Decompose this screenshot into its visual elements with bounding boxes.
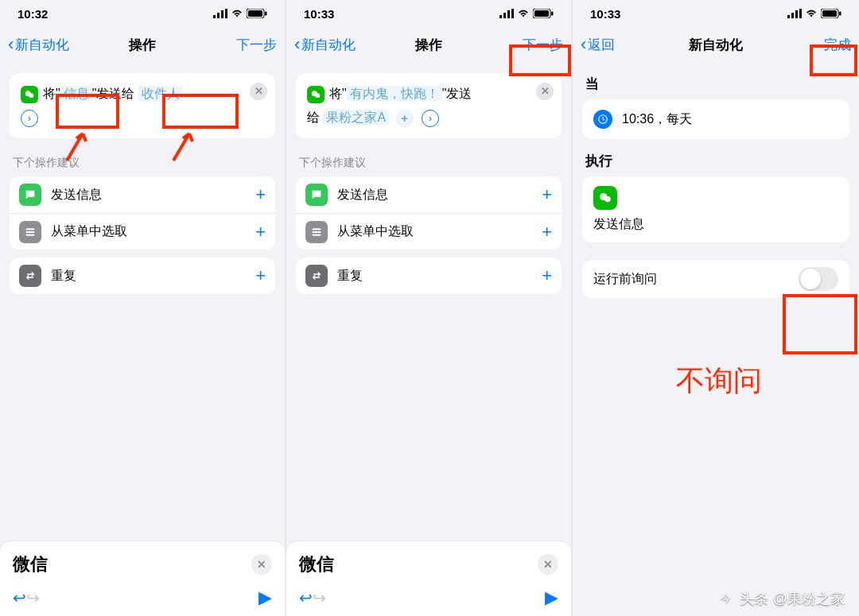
remove-action-button[interactable]: ✕ <box>250 83 267 100</box>
chevron-left-icon: ‹ <box>581 36 586 53</box>
card-text-mid: "发送给 <box>92 87 135 100</box>
status-time: 10:33 <box>304 7 334 21</box>
wechat-icon <box>307 86 325 103</box>
next-button[interactable]: 下一步 <box>205 36 277 54</box>
done-button[interactable]: 完成 <box>779 36 851 54</box>
signal-icon <box>787 7 802 21</box>
recipient-token[interactable]: 收件人 <box>138 86 183 101</box>
battery-icon <box>533 7 554 21</box>
nav-title: 操作 <box>80 36 205 54</box>
suggestion-item[interactable]: 重复 + <box>296 258 562 294</box>
message-icon <box>19 184 41 206</box>
redo-button[interactable]: ↪ <box>26 588 40 607</box>
suggestion-label: 从菜单中选取 <box>337 223 414 240</box>
add-icon: + <box>542 265 552 286</box>
battery-icon <box>247 7 267 21</box>
undo-button[interactable]: ↩ <box>13 588 26 607</box>
when-card[interactable]: 10:36，每天 <box>582 99 849 139</box>
add-recipient-button[interactable]: + <box>396 110 414 127</box>
status-bar: 10:33 <box>286 0 571 27</box>
card-text-line2: 给 <box>307 110 320 124</box>
next-label: 下一步 <box>523 36 563 54</box>
chevron-left-icon: ‹ <box>294 36 300 53</box>
done-label: 完成 <box>824 36 851 54</box>
run-button[interactable]: ▶ <box>545 587 558 608</box>
svg-rect-2 <box>221 10 223 18</box>
suggestions-header: 下个操作建议 <box>13 156 272 170</box>
menu-icon <box>305 221 328 243</box>
svg-rect-21 <box>313 228 321 230</box>
suggestion-label: 从菜单中选取 <box>51 223 127 240</box>
do-card[interactable]: 发送信息 <box>582 176 849 242</box>
ask-label: 运行前询问 <box>593 271 657 288</box>
svg-rect-17 <box>534 10 549 17</box>
svg-rect-14 <box>507 10 510 18</box>
status-bar: 10:32 <box>0 0 285 27</box>
run-button[interactable]: ▶ <box>258 587 272 608</box>
suggestions-list: 发送信息 + 从菜单中选取 + <box>296 176 562 250</box>
suggestions-list-2: 重复 + <box>10 258 275 294</box>
clock-icon <box>593 110 612 129</box>
card-text-mid: "发送 <box>442 87 472 100</box>
svg-point-33 <box>604 196 611 203</box>
suggestion-label: 重复 <box>337 268 363 285</box>
ask-toggle[interactable] <box>799 267 838 291</box>
next-button[interactable]: 下一步 <box>492 36 563 54</box>
next-label: 下一步 <box>236 36 277 54</box>
nav-title: 操作 <box>366 36 492 54</box>
message-token[interactable]: 信息 <box>60 86 92 101</box>
recipient-token[interactable]: 果粉之家A <box>323 110 389 125</box>
when-text: 10:36，每天 <box>622 111 692 128</box>
wechat-icon <box>21 86 38 103</box>
expand-toggle[interactable]: › <box>422 110 439 127</box>
annotation-text: 不询问 <box>676 362 762 401</box>
wifi-icon <box>805 7 818 21</box>
wifi-icon <box>517 7 530 21</box>
suggestions-list: 发送信息 + 从菜单中选取 + <box>10 176 275 250</box>
card-text-pre: 将" <box>329 87 347 100</box>
suggestion-item[interactable]: 重复 + <box>10 258 275 294</box>
svg-rect-24 <box>787 15 790 18</box>
add-icon: + <box>255 265 266 286</box>
suggestion-item[interactable]: 从菜单中选取 + <box>10 213 275 250</box>
suggestion-item[interactable]: 发送信息 + <box>10 176 275 213</box>
svg-rect-27 <box>799 9 802 18</box>
chevron-left-icon: ‹ <box>8 36 14 53</box>
wechat-icon <box>593 186 617 210</box>
sheet-title: 微信 <box>299 552 334 576</box>
action-card[interactable]: 将"信息"发送给 收件人 ✕ › <box>10 73 275 138</box>
svg-rect-23 <box>313 234 321 235</box>
wifi-icon <box>231 7 243 21</box>
suggestion-item[interactable]: 从菜单中选取 + <box>296 213 562 250</box>
bottom-sheet[interactable]: 微信 ✕ ↩ ↪ ▶ <box>286 541 571 616</box>
redo-button[interactable]: ↪ <box>313 588 326 607</box>
svg-rect-0 <box>213 15 216 18</box>
svg-rect-25 <box>791 13 794 18</box>
back-label: 返回 <box>588 36 615 54</box>
svg-rect-30 <box>839 11 842 15</box>
svg-rect-3 <box>225 9 227 18</box>
back-label: 新自动化 <box>301 36 356 54</box>
action-card[interactable]: 将"有内鬼，快跑！"发送 给 果粉之家A + › ✕ <box>296 73 562 138</box>
signal-icon <box>499 7 514 21</box>
suggestion-label: 发送信息 <box>337 187 388 203</box>
svg-rect-26 <box>795 10 798 18</box>
sheet-close-button[interactable]: ✕ <box>538 554 558 575</box>
ask-before-run-row: 运行前询问 <box>582 260 849 298</box>
bottom-sheet[interactable]: 微信 ✕ ↩ ↪ ▶ <box>0 541 285 616</box>
do-text: 发送信息 <box>593 216 838 233</box>
suggestion-item[interactable]: 发送信息 + <box>296 176 562 213</box>
svg-rect-12 <box>499 15 502 18</box>
back-button[interactable]: ‹ 新自动化 <box>294 36 366 54</box>
undo-button[interactable]: ↩ <box>299 588 313 607</box>
sheet-title: 微信 <box>13 552 48 576</box>
sheet-close-button[interactable]: ✕ <box>251 554 272 575</box>
back-label: 新自动化 <box>15 36 69 54</box>
back-button[interactable]: ‹ 返回 <box>581 36 652 54</box>
status-time: 10:33 <box>590 7 620 21</box>
back-button[interactable]: ‹ 新自动化 <box>8 36 80 54</box>
status-time: 10:32 <box>17 7 48 21</box>
remove-action-button[interactable]: ✕ <box>536 83 554 100</box>
message-token[interactable]: 有内鬼，快跑！ <box>347 86 442 101</box>
expand-toggle[interactable]: › <box>21 110 38 127</box>
